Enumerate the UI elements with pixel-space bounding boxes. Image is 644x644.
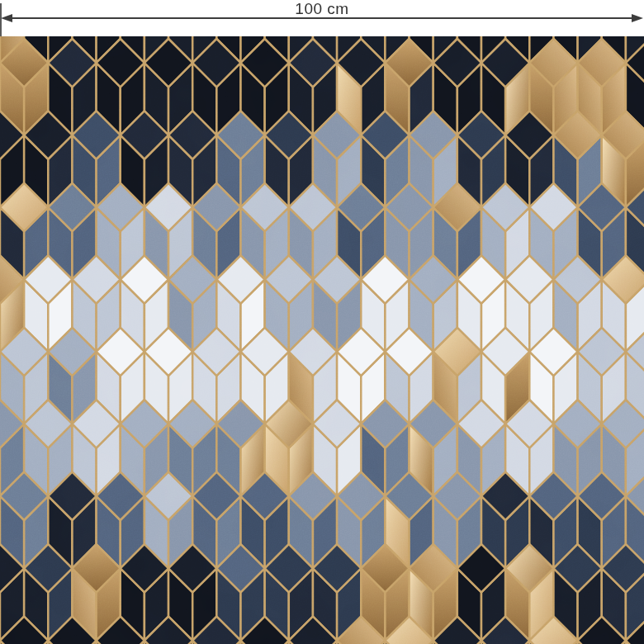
dimension-annotation: 100 cm [0,0,644,36]
arrow-right-icon [632,14,643,22]
dimension-label: 100 cm [0,0,644,17]
arrow-left-icon [1,14,12,22]
wallpaper-dimension-image: 100 cm [0,0,644,644]
cube-pattern-swatch [0,36,644,644]
dimension-line [3,17,641,19]
